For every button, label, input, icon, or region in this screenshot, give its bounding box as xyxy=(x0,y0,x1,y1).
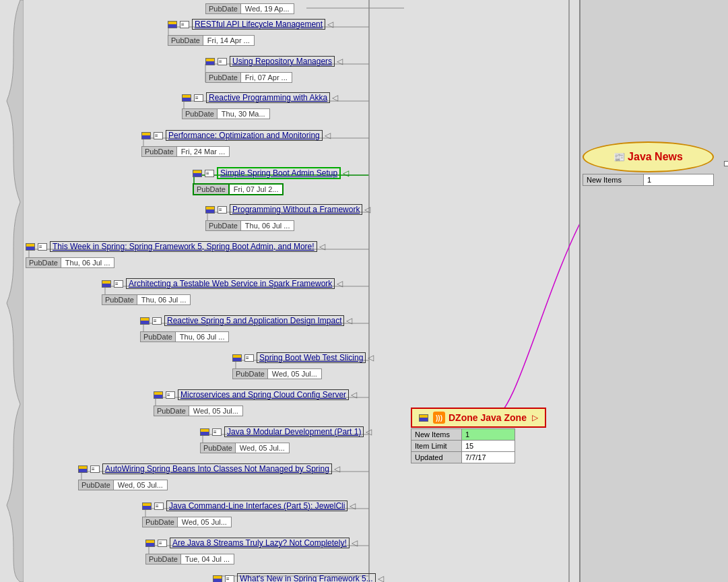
node-marker-micro: ◁ xyxy=(351,390,357,399)
pubdate-admin: PubDate Fri, 07 Jul 2... xyxy=(193,183,284,195)
pubdate-reactive-akka: PubDate Thu, 30 Ma... xyxy=(182,108,270,119)
link-restful-api[interactable]: RESTful API Lifecycle Management xyxy=(192,19,325,30)
pubdate-label-arch: PubDate xyxy=(102,294,137,305)
java-news-table: New Items 1 xyxy=(583,174,714,186)
left-decoration xyxy=(0,0,24,582)
node-marker-thisweek: ◁ xyxy=(319,242,325,251)
pubdate-performance: PubDate Fri, 24 Mar ... xyxy=(141,146,230,157)
node-marker-repo: ◁ xyxy=(337,57,343,66)
node-doc-springtest xyxy=(244,354,254,362)
node-icon-auto xyxy=(78,465,88,473)
link-java-cli[interactable]: Java Command-Line Interfaces (Part 5): J… xyxy=(166,500,348,511)
link-prog-no-fw[interactable]: Programming Without a Framework xyxy=(230,204,362,215)
node-icon-thisweek xyxy=(26,243,35,251)
node-icon-arch xyxy=(102,280,111,288)
link-performance[interactable]: Performance: Optimization and Monitoring xyxy=(166,130,323,141)
pubdate-value-perf: Fri, 24 Mar ... xyxy=(177,146,230,157)
pubdate-arch: PubDate Thu, 06 Jul ... xyxy=(102,294,191,305)
node-doc-repo xyxy=(218,58,227,65)
link-java9[interactable]: Java 9 Modular Development (Part 1) xyxy=(224,426,364,437)
pubdate-value-micro: Wed, 05 Jul... xyxy=(189,406,243,416)
pubdate-value-restful: Fri, 14 Apr ... xyxy=(203,35,255,46)
java-news-row-newitems: New Items 1 xyxy=(583,174,714,186)
node-doc-whatsnew xyxy=(225,575,234,583)
node-icon-java9 xyxy=(200,428,209,436)
dzone-updated-label: Updated xyxy=(411,452,462,463)
dzone-marker: ▷ xyxy=(532,413,538,422)
pubdate-springtest: PubDate Wed, 05 Jul... xyxy=(232,368,322,379)
node-doc-cli xyxy=(154,503,164,510)
node-marker-progfw: ◁ xyxy=(364,205,370,214)
dzone-node: ))) DZone Java Zone ▷ New Items 1 Item L… xyxy=(411,408,546,463)
pubdate-label-restful: PubDate xyxy=(168,35,203,46)
node-icon-perf xyxy=(141,132,151,139)
pubdate-label-micro: PubDate xyxy=(154,406,189,416)
dzone-table: New Items 1 Item Limit 15 Updated 7/7/17 xyxy=(411,428,515,463)
link-autowiring[interactable]: AutoWiring Spring Beans Into Classes Not… xyxy=(102,463,332,474)
link-microservices[interactable]: Microservices and Spring Cloud Config Se… xyxy=(178,389,349,400)
mindmap-area: PubDate Wed, 19 Ap... RESTful API Lifecy… xyxy=(0,0,579,582)
link-this-week[interactable]: This Week in Spring: Spring Framework 5,… xyxy=(50,241,317,252)
pubdate-label-progfw: PubDate xyxy=(205,220,241,231)
pubdate-value-reactive: Thu, 30 Ma... xyxy=(218,108,270,119)
node-performance: Performance: Optimization and Monitoring… xyxy=(141,130,331,141)
node-marker-java9: ◁ xyxy=(366,427,372,437)
pubdate-value-admin: Fri, 07 Jul 2... xyxy=(230,183,284,195)
node-marker-springtest: ◁ xyxy=(368,353,374,362)
pubdate-thisweek: PubDate Thu, 06 Jul ... xyxy=(26,257,114,268)
node-doc-micro xyxy=(166,391,175,399)
node-marker-perf: ◁ xyxy=(325,131,331,140)
link-spring-test[interactable]: Spring Boot Web Test Slicing xyxy=(257,352,366,363)
pubdate-value-progfw: Thu, 06 Jul ... xyxy=(241,220,295,231)
node-doc-progfw xyxy=(218,206,227,214)
node-java-cli: Java Command-Line Interfaces (Part 5): J… xyxy=(142,500,356,511)
pubdate-value-repo: Fri, 07 Apr ... xyxy=(241,72,292,83)
link-reactive-akka[interactable]: Reactive Programming with Akka xyxy=(206,92,330,103)
pubdate-label-reactspring: PubDate xyxy=(140,331,176,342)
pubdate-label-streams: PubDate xyxy=(145,554,181,564)
node-doc-streams xyxy=(158,540,167,547)
pubdate-auto: PubDate Wed, 05 Jul... xyxy=(78,480,168,490)
link-architecting[interactable]: Architecting a Testable Web Service in S… xyxy=(126,278,335,289)
pubdate-top-value: Wed, 19 Ap... xyxy=(241,3,294,14)
pubdate-label-thisweek: PubDate xyxy=(26,257,61,268)
pubdate-value-arch: Thu, 06 Jul ... xyxy=(137,294,191,305)
link-whats-new[interactable]: What's New in Spring Framework 5... xyxy=(237,573,376,582)
java-news-resize-handle[interactable] xyxy=(724,161,728,166)
link-reactive-spring5[interactable]: Reactive Spring 5 and Application Design… xyxy=(164,315,344,326)
pubdate-value-thisweek: Thu, 06 Jul ... xyxy=(61,257,115,268)
node-icon-restful xyxy=(168,21,177,28)
java-news-ellipse[interactable]: 📰 Java News xyxy=(583,141,714,172)
java-news-icon: 📰 xyxy=(614,152,625,162)
dzone-row-updated: Updated 7/7/17 xyxy=(411,452,515,463)
node-doc-reactspring xyxy=(152,317,162,325)
node-whats-new: What's New in Spring Framework 5... ◁ xyxy=(213,573,384,582)
node-icon-progfw xyxy=(205,206,215,214)
node-marker-whatsnew: ◁ xyxy=(378,574,384,582)
main-container: PubDate Wed, 19 Ap... RESTful API Lifecy… xyxy=(0,0,728,582)
pubdate-label-java9: PubDate xyxy=(200,443,236,453)
node-marker-restful: ◁ xyxy=(327,20,333,29)
node-icon-repo xyxy=(205,58,215,65)
pubdate-progfw: PubDate Thu, 06 Jul ... xyxy=(205,220,294,231)
pubdate-label-perf: PubDate xyxy=(141,146,177,157)
node-marker-admin: ◁ xyxy=(343,168,349,178)
dzone-box[interactable]: ))) DZone Java Zone ▷ xyxy=(411,408,546,428)
link-using-repo[interactable]: Using Repository Managers xyxy=(230,56,335,67)
node-icon-reactive xyxy=(182,94,191,102)
pubdate-top-label: PubDate xyxy=(205,3,241,14)
pubdate-cli: PubDate Wed, 05 Jul... xyxy=(142,517,232,527)
link-spring-boot-admin[interactable]: Simple Spring Boot Admin Setup xyxy=(217,167,341,179)
node-icon-whatsnew xyxy=(213,575,222,583)
dzone-title: DZone Java Zone xyxy=(449,412,527,423)
pubdate-micro: PubDate Wed, 05 Jul... xyxy=(154,406,243,416)
node-this-week: This Week in Spring: Spring Framework 5,… xyxy=(26,241,325,252)
node-marker-cli: ◁ xyxy=(350,501,356,511)
node-marker-auto: ◁ xyxy=(334,464,340,474)
panel-separator xyxy=(579,0,581,582)
java-news-newitems-label: New Items xyxy=(583,174,644,186)
java-news-container: 📰 Java News New Items 1 xyxy=(583,141,724,186)
lines-svg xyxy=(0,0,579,582)
link-java8-streams[interactable]: Are Java 8 Streams Truly Lazy? Not Compl… xyxy=(170,538,350,548)
node-spring-boot-admin: Simple Spring Boot Admin Setup ◁ xyxy=(193,167,349,179)
